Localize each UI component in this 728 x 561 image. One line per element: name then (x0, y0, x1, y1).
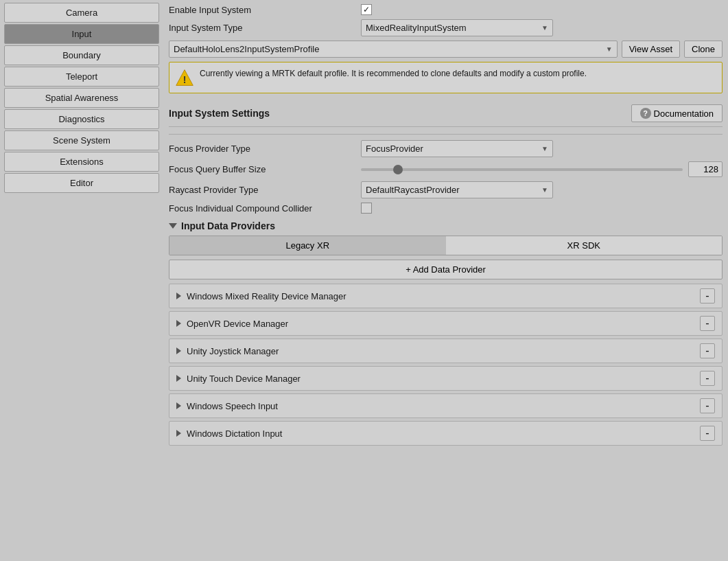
focus-compound-value-area (361, 203, 723, 214)
warning-text: Currently viewing a MRTK default profile… (200, 68, 587, 80)
sidebar-item-extensions[interactable]: Extensions (4, 152, 159, 172)
enable-input-label: Enable Input System (169, 5, 361, 15)
focus-provider-value: FocusProvider (366, 144, 423, 154)
sidebar: Camera Input Boundary Teleport Spatial A… (0, 0, 163, 561)
focus-query-value-input[interactable] (688, 161, 723, 177)
focus-query-slider-thumb[interactable] (393, 165, 403, 174)
provider-expand-icon-1[interactable] (176, 320, 181, 327)
profile-dropdown[interactable]: DefaultHoloLens2InputSystemProfile ▼ (169, 41, 618, 58)
section-header: Input System Settings ? Documentation (169, 100, 723, 127)
provider-remove-button-1[interactable]: - (700, 316, 715, 331)
sidebar-item-input[interactable]: Input (4, 24, 159, 44)
separator-1 (169, 134, 723, 135)
focus-compound-label: Focus Individual Compound Collider (169, 203, 361, 214)
sidebar-item-teleport[interactable]: Teleport (4, 67, 159, 87)
enable-input-checkbox[interactable] (361, 4, 372, 15)
focus-provider-value-area: FocusProvider ▼ (361, 140, 723, 157)
sidebar-item-diagnostics[interactable]: Diagnostics (4, 109, 159, 129)
provider-remove-button-3[interactable]: - (700, 371, 715, 386)
raycast-provider-dropdown[interactable]: DefaultRaycastProvider ▼ (361, 181, 553, 198)
provider-expand-icon-5[interactable] (176, 430, 181, 437)
input-system-type-value: MixedRealityInputSystem (366, 23, 467, 33)
documentation-button[interactable]: ? Documentation (631, 104, 723, 122)
provider-item-4: Windows Speech Input - (169, 393, 723, 418)
focus-compound-checkbox[interactable] (361, 203, 372, 214)
provider-tabs: Legacy XR XR SDK (169, 236, 723, 255)
tab-legacy-xr[interactable]: Legacy XR (169, 236, 446, 255)
provider-remove-button-5[interactable]: - (700, 426, 715, 441)
raycast-provider-value: DefaultRaycastProvider (366, 185, 460, 195)
provider-item-2: Unity Joystick Manager - (169, 339, 723, 363)
focus-provider-dropdown[interactable]: FocusProvider ▼ (361, 140, 553, 157)
provider-item-1: OpenVR Device Manager - (169, 311, 723, 336)
provider-item-3: Unity Touch Device Manager - (169, 366, 723, 391)
clone-button[interactable]: Clone (684, 41, 723, 58)
provider-expand-icon-2[interactable] (176, 347, 181, 354)
provider-remove-button-4[interactable]: - (700, 398, 715, 413)
provider-name-1: OpenVR Device Manager (187, 319, 700, 329)
sidebar-item-spatial-awareness[interactable]: Spatial Awareness (4, 88, 159, 108)
providers-section: Input Data Providers Legacy XR XR SDK + … (169, 220, 723, 446)
warning-icon: ! (175, 68, 194, 87)
section-title: Input System Settings (169, 108, 270, 119)
documentation-label: Documentation (654, 108, 714, 119)
dropdown-arrow-icon: ▼ (541, 24, 548, 32)
question-mark-icon: ? (640, 108, 651, 119)
sidebar-item-camera[interactable]: Camera (4, 3, 159, 23)
enable-input-value-area (361, 4, 723, 15)
focus-provider-label: Focus Provider Type (169, 144, 361, 154)
tab-xr-sdk[interactable]: XR SDK (446, 236, 723, 255)
focus-provider-arrow-icon: ▼ (541, 145, 548, 152)
view-asset-button[interactable]: View Asset (622, 41, 680, 58)
provider-expand-icon-4[interactable] (176, 402, 181, 409)
providers-collapse-icon[interactable] (169, 223, 177, 229)
provider-name-5: Windows Dictation Input (187, 428, 700, 439)
input-system-type-label: Input System Type (169, 23, 361, 33)
enable-input-row: Enable Input System (169, 4, 723, 15)
provider-name-4: Windows Speech Input (187, 401, 700, 411)
provider-name-3: Unity Touch Device Manager (187, 374, 700, 384)
input-system-type-dropdown[interactable]: MixedRealityInputSystem ▼ (361, 19, 553, 36)
provider-expand-icon-3[interactable] (176, 375, 181, 382)
provider-expand-icon-0[interactable] (176, 293, 181, 299)
provider-name-2: Unity Joystick Manager (187, 346, 700, 356)
raycast-provider-label: Raycast Provider Type (169, 185, 361, 195)
focus-compound-row: Focus Individual Compound Collider (169, 203, 723, 214)
main-panel: Enable Input System Input System Type Mi… (163, 0, 728, 561)
focus-query-slider-container (361, 161, 723, 177)
add-provider-button[interactable]: + Add Data Provider (169, 260, 723, 279)
provider-remove-button-2[interactable]: - (700, 343, 715, 358)
profile-dropdown-arrow-icon: ▼ (606, 45, 613, 53)
focus-query-value-area (361, 161, 723, 177)
focus-query-slider-track (361, 168, 683, 171)
provider-remove-button-0[interactable]: - (700, 288, 715, 304)
profile-value: DefaultHoloLens2InputSystemProfile (174, 44, 319, 54)
provider-item-5: Windows Dictation Input - (169, 421, 723, 446)
focus-provider-row: Focus Provider Type FocusProvider ▼ (169, 140, 723, 157)
focus-query-row: Focus Query Buffer Size (169, 161, 723, 177)
raycast-provider-value-area: DefaultRaycastProvider ▼ (361, 181, 723, 198)
providers-header: Input Data Providers (169, 220, 723, 231)
providers-title: Input Data Providers (181, 220, 275, 231)
input-system-type-value-area: MixedRealityInputSystem ▼ (361, 19, 723, 36)
profile-row: DefaultHoloLens2InputSystemProfile ▼ Vie… (169, 41, 723, 58)
svg-text:!: ! (183, 74, 187, 85)
raycast-provider-arrow-icon: ▼ (541, 186, 548, 194)
sidebar-item-boundary[interactable]: Boundary (4, 45, 159, 65)
sidebar-item-editor[interactable]: Editor (4, 173, 159, 193)
sidebar-item-scene-system[interactable]: Scene System (4, 130, 159, 150)
provider-name-0: Windows Mixed Reality Device Manager (187, 291, 700, 301)
provider-item-0: Windows Mixed Reality Device Manager - (169, 284, 723, 308)
warning-box: ! Currently viewing a MRTK default profi… (169, 62, 723, 93)
raycast-provider-row: Raycast Provider Type DefaultRaycastProv… (169, 181, 723, 198)
focus-query-label: Focus Query Buffer Size (169, 164, 361, 174)
input-system-type-row: Input System Type MixedRealityInputSyste… (169, 19, 723, 36)
